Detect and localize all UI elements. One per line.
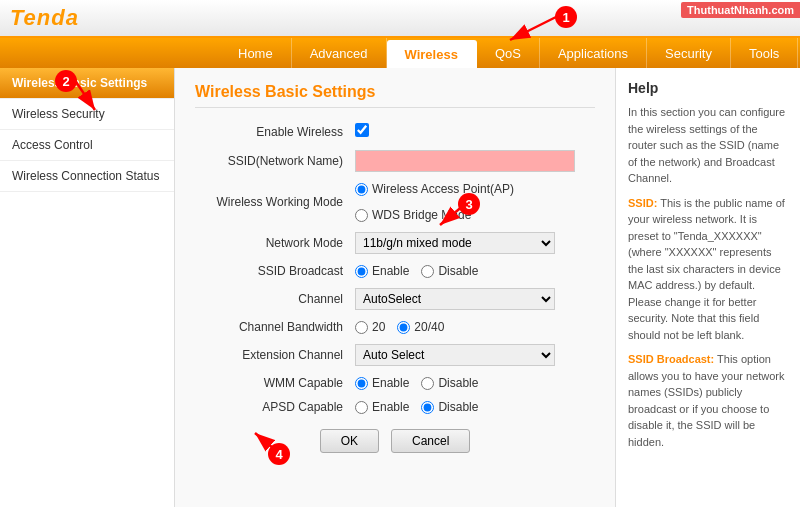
channel-bandwidth-control: 20 20/40: [355, 320, 595, 334]
button-row: OK Cancel: [195, 429, 595, 453]
apsd-enable-label: Enable: [372, 400, 409, 414]
wmm-disable-label: Disable: [438, 376, 478, 390]
broadcast-disable-radio[interactable]: [421, 265, 434, 278]
header: Tenda ThuthuatNhanh.com: [0, 0, 800, 38]
enable-wireless-row: Enable Wireless: [195, 123, 595, 140]
bw-2040-label: 20/40: [414, 320, 444, 334]
apsd-disable-radio[interactable]: [421, 401, 434, 414]
enable-wireless-control: [355, 123, 595, 140]
apsd-label: APSD Capable: [195, 400, 355, 414]
wmm-enable-item: Enable: [355, 376, 409, 390]
content-area: Wireless Basic Settings Enable Wireless …: [175, 68, 615, 507]
channel-select[interactable]: AutoSelect: [355, 288, 555, 310]
apsd-enable-radio[interactable]: [355, 401, 368, 414]
sidebar: Wireless Basic Settings Wireless Securit…: [0, 68, 175, 507]
mode-wds-item: WDS Bridge Mode: [355, 208, 471, 222]
ssid-broadcast-label: SSID Broadcast: [195, 264, 355, 278]
wmm-disable-radio[interactable]: [421, 377, 434, 390]
ok-button[interactable]: OK: [320, 429, 379, 453]
mode-ap-label: Wireless Access Point(AP): [372, 182, 514, 196]
broadcast-disable-label: Disable: [438, 264, 478, 278]
extension-channel-row: Extension Channel Auto Select: [195, 344, 595, 366]
apsd-disable-label: Disable: [438, 400, 478, 414]
wmm-row: WMM Capable Enable Disable: [195, 376, 595, 390]
network-mode-row: Network Mode 11b/g/n mixed mode: [195, 232, 595, 254]
working-mode-row: Wireless Working Mode Wireless Access Po…: [195, 182, 595, 222]
help-broadcast-term: SSID Broadcast:: [628, 353, 714, 365]
apsd-row: APSD Capable Enable Disable: [195, 400, 595, 414]
channel-bandwidth-row: Channel Bandwidth 20 20/40: [195, 320, 595, 334]
sidebar-item-wireless-security[interactable]: Wireless Security: [0, 99, 174, 130]
network-mode-select[interactable]: 11b/g/n mixed mode: [355, 232, 555, 254]
nav-home[interactable]: Home: [220, 38, 292, 68]
ssid-row: SSID(Network Name): [195, 150, 595, 172]
bw-2040-radio[interactable]: [397, 321, 410, 334]
wmm-enable-radio[interactable]: [355, 377, 368, 390]
broadcast-enable-item: Enable: [355, 264, 409, 278]
ssid-control: [355, 150, 595, 172]
enable-wireless-label: Enable Wireless: [195, 125, 355, 139]
nav-applications[interactable]: Applications: [540, 38, 647, 68]
ssid-input[interactable]: [355, 150, 575, 172]
working-mode-label: Wireless Working Mode: [195, 195, 355, 209]
mode-ap-item: Wireless Access Point(AP): [355, 182, 514, 196]
apsd-control: Enable Disable: [355, 400, 595, 414]
main-layout: Wireless Basic Settings Wireless Securit…: [0, 68, 800, 507]
bw-20-label: 20: [372, 320, 385, 334]
watermark: ThuthuatNhanh.com: [681, 2, 800, 18]
help-intro: In this section you can configure the wi…: [628, 104, 788, 187]
bw-2040-item: 20/40: [397, 320, 444, 334]
bw-20-radio[interactable]: [355, 321, 368, 334]
help-broadcast-text: This option allows you to have your netw…: [628, 353, 785, 448]
ssid-broadcast-control: Enable Disable: [355, 264, 595, 278]
page-title: Wireless Basic Settings: [195, 83, 595, 108]
nav-advanced[interactable]: Advanced: [292, 38, 387, 68]
help-broadcast-block: SSID Broadcast: This option allows you t…: [628, 351, 788, 450]
mode-ap-radio[interactable]: [355, 183, 368, 196]
channel-row: Channel AutoSelect: [195, 288, 595, 310]
ssid-label: SSID(Network Name): [195, 154, 355, 168]
enable-wireless-checkbox[interactable]: [355, 123, 369, 137]
broadcast-disable-item: Disable: [421, 264, 478, 278]
help-ssid-block: SSID: This is the public name of your wi…: [628, 195, 788, 344]
extension-channel-label: Extension Channel: [195, 348, 355, 362]
mode-wds-radio[interactable]: [355, 209, 368, 222]
extension-channel-control: Auto Select: [355, 344, 595, 366]
channel-label: Channel: [195, 292, 355, 306]
wmm-enable-label: Enable: [372, 376, 409, 390]
mode-wds-label: WDS Bridge Mode: [372, 208, 471, 222]
broadcast-enable-radio[interactable]: [355, 265, 368, 278]
nav-qos[interactable]: QoS: [477, 38, 540, 68]
nav-wireless[interactable]: Wireless: [387, 40, 477, 68]
help-title: Help: [628, 80, 788, 96]
nav-tools[interactable]: Tools: [731, 38, 798, 68]
cancel-button[interactable]: Cancel: [391, 429, 470, 453]
help-ssid-text: This is the public name of your wireless…: [628, 197, 785, 341]
sidebar-item-wireless-connection-status[interactable]: Wireless Connection Status: [0, 161, 174, 192]
logo: Tenda: [10, 5, 79, 31]
channel-control: AutoSelect: [355, 288, 595, 310]
apsd-enable-item: Enable: [355, 400, 409, 414]
wmm-label: WMM Capable: [195, 376, 355, 390]
network-mode-control: 11b/g/n mixed mode: [355, 232, 595, 254]
help-panel: Help In this section you can configure t…: [615, 68, 800, 507]
sidebar-item-access-control[interactable]: Access Control: [0, 130, 174, 161]
nav-security[interactable]: Security: [647, 38, 731, 68]
ssid-broadcast-row: SSID Broadcast Enable Disable: [195, 264, 595, 278]
channel-bandwidth-label: Channel Bandwidth: [195, 320, 355, 334]
sidebar-item-wireless-basic[interactable]: Wireless Basic Settings: [0, 68, 174, 99]
network-mode-label: Network Mode: [195, 236, 355, 250]
bw-20-item: 20: [355, 320, 385, 334]
wmm-disable-item: Disable: [421, 376, 478, 390]
help-ssid-term: SSID:: [628, 197, 657, 209]
apsd-disable-item: Disable: [421, 400, 478, 414]
nav-bar: Home Advanced Wireless QoS Applications …: [0, 38, 800, 68]
extension-channel-select[interactable]: Auto Select: [355, 344, 555, 366]
wmm-control: Enable Disable: [355, 376, 595, 390]
working-mode-control: Wireless Access Point(AP) WDS Bridge Mod…: [355, 182, 595, 222]
broadcast-enable-label: Enable: [372, 264, 409, 278]
